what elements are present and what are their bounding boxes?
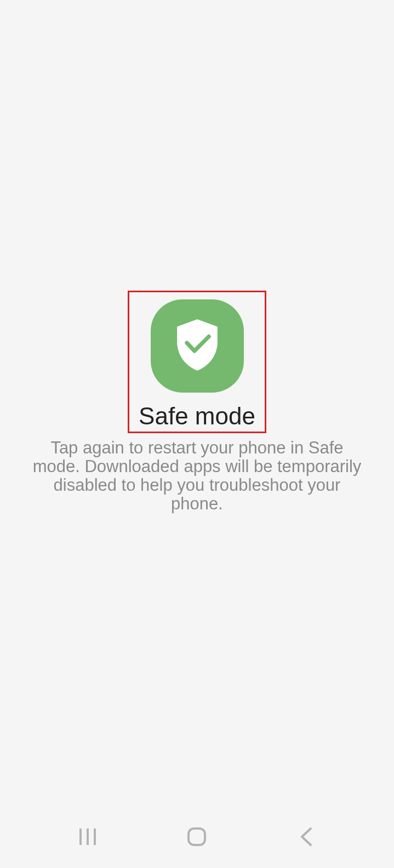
safe-mode-icon-container: [151, 299, 244, 393]
back-icon: [295, 826, 317, 850]
safe-mode-title: Safe mode: [139, 402, 255, 430]
shield-check-icon: [173, 317, 222, 375]
home-icon: [186, 826, 208, 850]
safe-mode-dialog: Safe mode Tap again to restart your phon…: [0, 291, 394, 513]
safe-mode-description: Tap again to restart your phone in Safe …: [0, 439, 394, 513]
back-button[interactable]: [279, 810, 334, 865]
recent-apps-icon: [77, 826, 99, 850]
safe-mode-button[interactable]: Safe mode: [128, 291, 266, 433]
home-button[interactable]: [169, 810, 224, 865]
navigation-bar: [0, 808, 394, 868]
svg-rect-3: [189, 829, 205, 845]
recent-apps-button[interactable]: [60, 810, 115, 865]
